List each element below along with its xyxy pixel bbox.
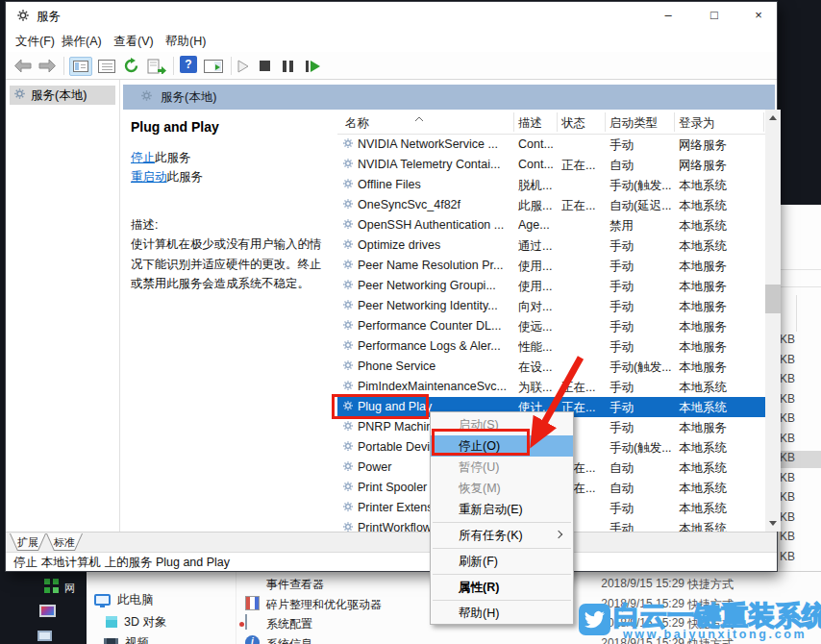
- nav-item-video[interactable]: 视频: [104, 634, 149, 644]
- service-row[interactable]: OneSyncSvc_4f82f此服...正在...自动(延迟...本地系统: [337, 195, 765, 215]
- file-name: 碎片整理和优化驱动器: [266, 597, 382, 613]
- service-cell: Age...: [518, 218, 557, 232]
- video-icon: [104, 638, 118, 644]
- service-cell: 本地系统: [679, 178, 763, 194]
- menu-item-f[interactable]: 刷新(F): [431, 551, 573, 572]
- service-cell: 手动: [610, 339, 675, 356]
- show-console-tree-icon[interactable]: [69, 56, 92, 76]
- back-icon[interactable]: [13, 56, 32, 76]
- column-divider[interactable]: [557, 112, 558, 132]
- service-gear-icon: [342, 218, 354, 233]
- service-cell: Offline Files: [358, 178, 510, 191]
- minimize-button[interactable]: –: [652, 4, 684, 27]
- service-row[interactable]: Peer Networking Identity...向对...手动本地服务: [337, 296, 765, 316]
- nav-item-cube[interactable]: 3D 对象: [106, 613, 166, 631]
- service-cell: Peer Networking Identity...: [358, 299, 510, 312]
- service-cell: 自动: [610, 481, 675, 497]
- service-cell: Performance Counter DL...: [358, 319, 510, 333]
- status-bar: 停止 本地计算机 上的服务 Plug and Play: [6, 552, 777, 571]
- scrollbar-thumb[interactable]: [765, 285, 781, 313]
- tree-item-services-local[interactable]: 服务(本地): [10, 86, 115, 105]
- start-service-icon[interactable]: [237, 56, 249, 76]
- service-row[interactable]: Peer Name Resolution Pr...使用...手动本地服务: [337, 256, 765, 276]
- restart-service-icon[interactable]: [306, 56, 320, 76]
- forward-icon[interactable]: [38, 56, 57, 76]
- service-gear-icon: [342, 319, 354, 334]
- properties-icon[interactable]: [98, 56, 115, 76]
- stop-service-link[interactable]: 停止此服务: [131, 150, 191, 166]
- column-header-desc[interactable]: 描述: [518, 115, 542, 132]
- service-row[interactable]: OpenSSH Authentication ...Age...禁用本地系统: [337, 215, 765, 235]
- scroll-up-icon[interactable]: [769, 115, 777, 120]
- column-divider[interactable]: [605, 112, 606, 132]
- service-cell: 手动: [610, 299, 675, 315]
- service-row[interactable]: Optimize drives通过...手动本地系统: [337, 235, 765, 256]
- column-divider[interactable]: [674, 112, 675, 132]
- nav-item-label: 3D 对象: [124, 614, 166, 631]
- services-gear-icon: [140, 89, 153, 105]
- menu-separator: [433, 600, 571, 601]
- service-gear-icon: [342, 380, 354, 394]
- description-text: 使计算机在极少或没有用户输入的情况下能识别并适应硬件的更改。终止或禁用此服务会造…: [131, 235, 329, 294]
- title-bar[interactable]: 服务 – □ ×: [6, 2, 777, 31]
- service-cell: 本地系统: [679, 501, 763, 517]
- window-icon: [37, 631, 52, 641]
- column-header-status[interactable]: 状态: [561, 115, 585, 132]
- nav-item-computer[interactable]: 此电脑: [94, 591, 154, 608]
- column-divider[interactable]: [763, 112, 764, 132]
- background-file-size-fragment: KB: [775, 392, 821, 409]
- background-file-size-fragment: KB: [775, 411, 821, 429]
- service-row[interactable]: Offline Files脱机...手动(触发...本地系统: [337, 175, 765, 195]
- toolbar-separator: [231, 57, 232, 75]
- help-icon[interactable]: ?: [180, 56, 197, 73]
- file-type: 快捷方式: [687, 577, 734, 593]
- column-divider[interactable]: [513, 112, 514, 132]
- column-header-logon[interactable]: 登录为: [679, 115, 715, 132]
- tab-extended[interactable]: 扩展: [10, 533, 46, 551]
- menubar-item[interactable]: 帮助(H): [165, 34, 206, 50]
- background-file-size-fragment: KB: [775, 372, 821, 389]
- msconfig-icon: [245, 614, 247, 630]
- background-file-size-fragment: KB: [775, 530, 821, 547]
- menu-item-k[interactable]: 所有任务(K): [431, 525, 573, 546]
- pause-service-icon[interactable]: [283, 56, 293, 76]
- service-row[interactable]: Peer Networking Groupi...使用...手动本地服务: [337, 276, 765, 296]
- menu-item-m[interactable]: 恢复(M): [431, 478, 573, 499]
- menu-item-e[interactable]: 重新启动(E): [431, 499, 573, 520]
- menu-item-h[interactable]: 帮助(H): [431, 603, 573, 624]
- menubar-item[interactable]: 文件(F): [15, 34, 55, 50]
- service-row[interactable]: NVIDIA NetworkService ...Cont...手动网络服务: [337, 135, 765, 155]
- background-file-size-fragment: KB: [775, 432, 821, 449]
- show-action-pane-icon[interactable]: [204, 56, 223, 76]
- service-gear-icon: [342, 501, 354, 515]
- window-title: 服务: [37, 9, 61, 25]
- scroll-down-icon[interactable]: [769, 521, 777, 526]
- menubar-item[interactable]: 操作(A): [62, 34, 102, 50]
- service-row[interactable]: NVIDIA Telemetry Contai...Cont...正在...自动…: [337, 155, 765, 175]
- service-cell: 手动: [610, 238, 675, 255]
- column-header-name[interactable]: 名称: [345, 115, 369, 132]
- refresh-icon[interactable]: [123, 56, 139, 76]
- background-file-size-fragment: KB: [775, 490, 821, 508]
- close-button[interactable]: ×: [742, 4, 775, 27]
- service-gear-icon: [342, 198, 354, 212]
- vertical-scrollbar[interactable]: [765, 110, 781, 532]
- restart-service-link[interactable]: 重启动此服务: [131, 169, 203, 186]
- maximize-button[interactable]: □: [698, 4, 731, 27]
- export-list-icon[interactable]: [147, 56, 166, 76]
- service-row[interactable]: Performance Counter DL...使远...手动本地服务: [337, 316, 765, 336]
- tab-standard[interactable]: 标准: [46, 533, 83, 551]
- service-cell: Cont...: [518, 158, 557, 171]
- column-header-type[interactable]: 启动类型: [610, 115, 658, 132]
- menu-item-r[interactable]: 属性(R): [431, 577, 573, 598]
- service-gear-icon: [342, 137, 354, 152]
- menubar-item[interactable]: 查看(V): [113, 34, 154, 50]
- event-viewer-icon: [245, 576, 260, 590]
- service-cell: 手动: [610, 319, 675, 335]
- service-gear-icon: [342, 359, 354, 374]
- service-cell: 此服...: [518, 198, 557, 214]
- stop-service-icon[interactable]: [260, 56, 270, 76]
- service-gear-icon: [342, 238, 354, 253]
- background-file-size-fragment: KB: [775, 333, 821, 350]
- display-icon: [39, 605, 56, 617]
